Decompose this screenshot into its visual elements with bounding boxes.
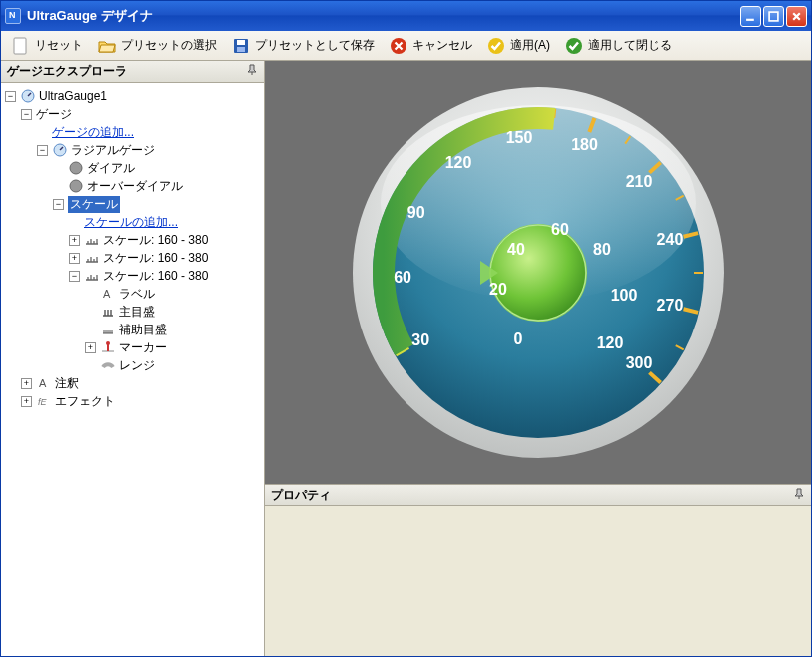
expand-icon[interactable]: + bbox=[21, 396, 32, 407]
tree-row[interactable]: 補助目盛 bbox=[1, 321, 264, 338]
expand-icon[interactable]: + bbox=[85, 342, 96, 353]
explorer-header[interactable]: ゲージエクスプローラ bbox=[1, 61, 264, 83]
tree-label[interactable]: オーバーダイアル bbox=[87, 178, 183, 195]
tree-label[interactable]: ダイアル bbox=[87, 160, 135, 177]
tree-row[interactable]: ゲージの追加... bbox=[1, 123, 264, 141]
properties-title: プロパティ bbox=[271, 487, 331, 504]
collapse-icon[interactable]: − bbox=[5, 91, 16, 102]
tree-label[interactable]: スケール bbox=[68, 196, 120, 213]
expand-icon[interactable]: + bbox=[69, 253, 80, 264]
maximize-button[interactable] bbox=[763, 6, 784, 27]
tree-row[interactable]: ダイアル bbox=[1, 159, 264, 177]
content: ゲージエクスプローラ −UltraGauge1−ゲージゲージの追加...−ラジア… bbox=[1, 61, 811, 656]
svg-text:120: 120 bbox=[596, 334, 623, 351]
reset-button[interactable]: リセット bbox=[5, 34, 89, 58]
tree-label[interactable]: ラベル bbox=[119, 286, 155, 303]
tree-row[interactable]: Aラベル bbox=[1, 285, 264, 303]
tree-row[interactable]: −スケール: 160 - 380 bbox=[1, 267, 264, 285]
app-icon bbox=[5, 8, 21, 24]
svg-rect-0 bbox=[746, 18, 754, 20]
tree-row[interactable]: +スケール: 160 - 380 bbox=[1, 249, 264, 267]
minimize-button[interactable] bbox=[740, 6, 761, 27]
save-preset-label: プリセットとして保存 bbox=[255, 37, 375, 54]
marker-icon bbox=[100, 340, 116, 354]
ok-icon bbox=[564, 36, 584, 56]
scale-icon bbox=[84, 251, 100, 265]
reset-label: リセット bbox=[35, 37, 83, 54]
properties-body bbox=[265, 506, 811, 656]
apply-close-button[interactable]: 適用して閉じる bbox=[558, 34, 678, 58]
properties-header[interactable]: プロパティ bbox=[265, 484, 811, 506]
cancel-button[interactable]: キャンセル bbox=[383, 34, 478, 58]
tree-label[interactable]: 注釈 bbox=[55, 375, 79, 392]
apply-icon bbox=[486, 36, 506, 56]
svg-text:0: 0 bbox=[513, 330, 522, 347]
tree-label[interactable]: 補助目盛 bbox=[119, 322, 167, 338]
radial-gauge: 306090120150180210240270300 020406080100… bbox=[349, 83, 728, 462]
svg-text:240: 240 bbox=[656, 231, 683, 248]
tree-row[interactable]: −ゲージ bbox=[1, 105, 264, 123]
collapse-icon[interactable]: − bbox=[53, 199, 64, 210]
tree-row[interactable]: +スケール: 160 - 380 bbox=[1, 231, 264, 249]
tree-label[interactable]: スケール: 160 - 380 bbox=[103, 268, 208, 285]
tree-label[interactable]: スケール: 160 - 380 bbox=[103, 232, 208, 249]
svg-text:150: 150 bbox=[505, 129, 532, 146]
svg-text:fE: fE bbox=[38, 397, 48, 407]
tree-row[interactable]: −スケール bbox=[1, 195, 264, 213]
cancel-icon bbox=[389, 36, 408, 56]
text-icon: A bbox=[100, 287, 116, 301]
close-button[interactable] bbox=[786, 6, 807, 27]
svg-text:210: 210 bbox=[625, 173, 652, 190]
svg-text:270: 270 bbox=[656, 297, 683, 314]
tree-row[interactable]: スケールの追加... bbox=[1, 213, 264, 231]
collapse-icon[interactable]: − bbox=[21, 109, 32, 120]
select-preset-button[interactable]: プリセットの選択 bbox=[91, 34, 223, 58]
tree-label[interactable]: レンジ bbox=[119, 357, 155, 374]
titlebar[interactable]: UltraGauge デザイナ bbox=[1, 1, 811, 31]
tree-label[interactable]: エフェクト bbox=[55, 393, 115, 410]
tree[interactable]: −UltraGauge1−ゲージゲージの追加...−ラジアルゲージダイアルオーバ… bbox=[1, 83, 264, 656]
expand-icon[interactable]: + bbox=[21, 378, 32, 389]
svg-rect-4 bbox=[237, 40, 245, 45]
tree-row[interactable]: 主目盛 bbox=[1, 303, 264, 321]
svg-point-12 bbox=[70, 180, 82, 192]
scale-icon bbox=[84, 233, 100, 247]
tree-row[interactable]: レンジ bbox=[1, 356, 264, 374]
pin-icon[interactable] bbox=[246, 64, 258, 79]
tree-label[interactable]: UltraGauge1 bbox=[39, 89, 107, 103]
apply-button[interactable]: 適用(A) bbox=[480, 34, 556, 58]
tree-row[interactable]: −ラジアルゲージ bbox=[1, 141, 264, 159]
tree-label[interactable]: マーカー bbox=[119, 339, 167, 356]
svg-point-14 bbox=[106, 341, 110, 345]
svg-point-11 bbox=[70, 162, 82, 174]
tree-label[interactable]: ゲージ bbox=[36, 106, 72, 123]
tree-row[interactable]: +A注釈 bbox=[1, 374, 264, 392]
svg-rect-1 bbox=[769, 12, 778, 21]
svg-text:90: 90 bbox=[406, 204, 424, 221]
tree-label[interactable]: ラジアルゲージ bbox=[71, 142, 155, 159]
tree-label[interactable]: スケールの追加... bbox=[84, 214, 178, 231]
pin-icon[interactable] bbox=[793, 488, 805, 503]
tree-label[interactable]: ゲージの追加... bbox=[52, 124, 134, 141]
tree-row[interactable]: +fEエフェクト bbox=[1, 392, 264, 410]
tree-label[interactable]: スケール: 160 - 380 bbox=[103, 250, 208, 267]
tree-row[interactable]: +マーカー bbox=[1, 338, 264, 356]
gauge-icon bbox=[20, 89, 36, 103]
save-preset-button[interactable]: プリセットとして保存 bbox=[225, 34, 381, 58]
range-icon bbox=[100, 358, 116, 372]
explorer-panel: ゲージエクスプローラ −UltraGauge1−ゲージゲージの追加...−ラジア… bbox=[1, 61, 265, 656]
dial-icon bbox=[68, 161, 84, 175]
svg-text:60: 60 bbox=[394, 269, 411, 286]
folder-open-icon bbox=[97, 36, 117, 56]
tree-label[interactable]: 主目盛 bbox=[119, 304, 155, 321]
apply-label: 適用(A) bbox=[510, 37, 550, 54]
window-title: UltraGauge デザイナ bbox=[27, 7, 740, 25]
select-preset-label: プリセットの選択 bbox=[121, 37, 217, 54]
svg-text:80: 80 bbox=[593, 241, 611, 258]
tree-row[interactable]: オーバーダイアル bbox=[1, 177, 264, 195]
collapse-icon[interactable]: − bbox=[37, 145, 48, 156]
svg-text:A: A bbox=[103, 288, 111, 300]
collapse-icon[interactable]: − bbox=[69, 271, 80, 282]
tree-row[interactable]: −UltraGauge1 bbox=[1, 87, 264, 105]
expand-icon[interactable]: + bbox=[69, 235, 80, 246]
